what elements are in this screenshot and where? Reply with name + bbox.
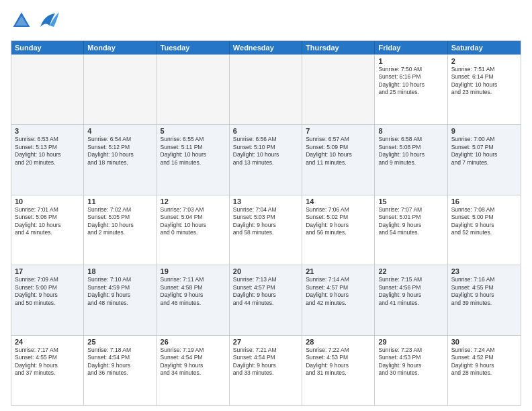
day-cell-1: 1Sunrise: 7:50 AM Sunset: 6:16 PM Daylig… xyxy=(375,55,447,124)
day-info: Sunrise: 7:17 AM Sunset: 4:55 PM Dayligh… xyxy=(15,347,80,377)
header-day-sunday: Sunday xyxy=(11,41,84,54)
day-cell-21: 21Sunrise: 7:14 AM Sunset: 4:57 PM Dayli… xyxy=(302,265,375,334)
calendar: SundayMondayTuesdayWednesdayThursdayFrid… xyxy=(11,40,521,406)
day-cell-4: 4Sunrise: 6:54 AM Sunset: 5:12 PM Daylig… xyxy=(84,125,157,194)
week-row-5: 24Sunrise: 7:17 AM Sunset: 4:55 PM Dayli… xyxy=(11,335,521,405)
day-cell-19: 19Sunrise: 7:11 AM Sunset: 4:58 PM Dayli… xyxy=(157,265,230,334)
calendar-header: SundayMondayTuesdayWednesdayThursdayFrid… xyxy=(11,41,521,54)
day-number: 2 xyxy=(451,57,517,65)
day-number: 18 xyxy=(87,267,152,275)
day-cell-16: 16Sunrise: 7:08 AM Sunset: 5:00 PM Dayli… xyxy=(448,195,521,265)
header-day-monday: Monday xyxy=(84,41,157,54)
day-number: 25 xyxy=(87,338,152,346)
day-cell-20: 20Sunrise: 7:13 AM Sunset: 4:57 PM Dayli… xyxy=(230,265,302,334)
day-cell-26: 26Sunrise: 7:19 AM Sunset: 4:54 PM Dayli… xyxy=(157,336,230,405)
day-number: 23 xyxy=(451,267,517,275)
day-number: 10 xyxy=(15,197,80,205)
day-info: Sunrise: 7:21 AM Sunset: 4:54 PM Dayligh… xyxy=(233,347,298,377)
day-info: Sunrise: 7:07 AM Sunset: 5:01 PM Dayligh… xyxy=(378,206,443,237)
day-number: 30 xyxy=(451,338,517,346)
day-cell-29: 29Sunrise: 7:23 AM Sunset: 4:53 PM Dayli… xyxy=(375,336,447,405)
day-info: Sunrise: 7:15 AM Sunset: 4:56 PM Dayligh… xyxy=(378,276,443,307)
day-number: 4 xyxy=(87,127,152,135)
day-info: Sunrise: 6:55 AM Sunset: 5:11 PM Dayligh… xyxy=(161,136,226,167)
day-info: Sunrise: 7:11 AM Sunset: 4:58 PM Dayligh… xyxy=(161,276,226,307)
empty-cell xyxy=(302,55,375,124)
logo xyxy=(11,8,63,34)
day-info: Sunrise: 7:04 AM Sunset: 5:03 PM Dayligh… xyxy=(233,206,298,237)
day-cell-23: 23Sunrise: 7:16 AM Sunset: 4:55 PM Dayli… xyxy=(448,265,521,334)
logo-bird-icon xyxy=(35,8,60,34)
day-cell-11: 11Sunrise: 7:02 AM Sunset: 5:05 PM Dayli… xyxy=(84,195,157,265)
header-day-thursday: Thursday xyxy=(302,41,375,54)
day-info: Sunrise: 7:06 AM Sunset: 5:02 PM Dayligh… xyxy=(306,206,371,237)
day-cell-9: 9Sunrise: 7:00 AM Sunset: 5:07 PM Daylig… xyxy=(448,125,521,194)
day-info: Sunrise: 7:18 AM Sunset: 4:54 PM Dayligh… xyxy=(87,347,152,377)
day-info: Sunrise: 7:51 AM Sunset: 6:14 PM Dayligh… xyxy=(451,66,517,97)
day-cell-14: 14Sunrise: 7:06 AM Sunset: 5:02 PM Dayli… xyxy=(302,195,375,265)
day-number: 28 xyxy=(306,338,371,346)
day-info: Sunrise: 6:57 AM Sunset: 5:09 PM Dayligh… xyxy=(306,136,371,167)
day-cell-25: 25Sunrise: 7:18 AM Sunset: 4:54 PM Dayli… xyxy=(84,336,157,405)
day-number: 22 xyxy=(378,267,443,275)
day-cell-7: 7Sunrise: 6:57 AM Sunset: 5:09 PM Daylig… xyxy=(302,125,375,194)
empty-cell xyxy=(230,55,302,124)
day-info: Sunrise: 7:24 AM Sunset: 4:52 PM Dayligh… xyxy=(451,347,517,377)
day-info: Sunrise: 6:54 AM Sunset: 5:12 PM Dayligh… xyxy=(87,136,152,167)
day-number: 7 xyxy=(306,127,371,135)
day-cell-22: 22Sunrise: 7:15 AM Sunset: 4:56 PM Dayli… xyxy=(375,265,447,334)
empty-cell xyxy=(11,55,84,124)
day-number: 13 xyxy=(233,197,298,205)
week-row-4: 17Sunrise: 7:09 AM Sunset: 5:00 PM Dayli… xyxy=(11,265,521,334)
day-cell-12: 12Sunrise: 7:03 AM Sunset: 5:04 PM Dayli… xyxy=(157,195,230,265)
day-info: Sunrise: 7:00 AM Sunset: 5:07 PM Dayligh… xyxy=(451,136,517,167)
day-number: 19 xyxy=(161,267,226,275)
day-info: Sunrise: 6:56 AM Sunset: 5:10 PM Dayligh… xyxy=(233,136,298,167)
day-info: Sunrise: 7:19 AM Sunset: 4:54 PM Dayligh… xyxy=(161,347,226,377)
empty-cell xyxy=(84,55,157,124)
day-cell-10: 10Sunrise: 7:01 AM Sunset: 5:06 PM Dayli… xyxy=(11,195,84,265)
header-day-wednesday: Wednesday xyxy=(230,41,302,54)
day-cell-17: 17Sunrise: 7:09 AM Sunset: 5:00 PM Dayli… xyxy=(11,265,84,334)
day-info: Sunrise: 7:09 AM Sunset: 5:00 PM Dayligh… xyxy=(15,276,80,307)
empty-cell xyxy=(157,55,230,124)
day-info: Sunrise: 7:50 AM Sunset: 6:16 PM Dayligh… xyxy=(378,66,443,97)
day-number: 6 xyxy=(233,127,298,135)
day-number: 8 xyxy=(378,127,443,135)
day-number: 16 xyxy=(451,197,517,205)
day-number: 26 xyxy=(161,338,226,346)
day-cell-30: 30Sunrise: 7:24 AM Sunset: 4:52 PM Dayli… xyxy=(448,336,521,405)
day-cell-27: 27Sunrise: 7:21 AM Sunset: 4:54 PM Dayli… xyxy=(230,336,302,405)
day-number: 14 xyxy=(306,197,371,205)
day-cell-13: 13Sunrise: 7:04 AM Sunset: 5:03 PM Dayli… xyxy=(230,195,302,265)
week-row-3: 10Sunrise: 7:01 AM Sunset: 5:06 PM Dayli… xyxy=(11,195,521,265)
page-container: SundayMondayTuesdayWednesdayThursdayFrid… xyxy=(0,0,532,411)
day-number: 12 xyxy=(161,197,226,205)
day-number: 29 xyxy=(378,338,443,346)
day-cell-6: 6Sunrise: 6:56 AM Sunset: 5:10 PM Daylig… xyxy=(230,125,302,194)
day-info: Sunrise: 7:14 AM Sunset: 4:57 PM Dayligh… xyxy=(306,276,371,307)
day-info: Sunrise: 7:01 AM Sunset: 5:06 PM Dayligh… xyxy=(15,206,80,237)
day-number: 9 xyxy=(451,127,517,135)
day-info: Sunrise: 7:08 AM Sunset: 5:00 PM Dayligh… xyxy=(451,206,517,237)
day-cell-28: 28Sunrise: 7:22 AM Sunset: 4:53 PM Dayli… xyxy=(302,336,375,405)
day-number: 5 xyxy=(161,127,226,135)
day-cell-3: 3Sunrise: 6:53 AM Sunset: 5:13 PM Daylig… xyxy=(11,125,84,194)
header-day-tuesday: Tuesday xyxy=(157,41,230,54)
day-number: 24 xyxy=(15,338,80,346)
week-row-1: 1Sunrise: 7:50 AM Sunset: 6:16 PM Daylig… xyxy=(11,54,521,124)
day-info: Sunrise: 6:58 AM Sunset: 5:08 PM Dayligh… xyxy=(378,136,443,167)
day-cell-18: 18Sunrise: 7:10 AM Sunset: 4:59 PM Dayli… xyxy=(84,265,157,334)
day-info: Sunrise: 7:10 AM Sunset: 4:59 PM Dayligh… xyxy=(87,276,152,307)
day-number: 15 xyxy=(378,197,443,205)
day-cell-8: 8Sunrise: 6:58 AM Sunset: 5:08 PM Daylig… xyxy=(375,125,447,194)
page-header xyxy=(11,8,521,34)
week-row-2: 3Sunrise: 6:53 AM Sunset: 5:13 PM Daylig… xyxy=(11,124,521,194)
day-number: 17 xyxy=(15,267,80,275)
day-info: Sunrise: 7:16 AM Sunset: 4:55 PM Dayligh… xyxy=(451,276,517,307)
day-cell-2: 2Sunrise: 7:51 AM Sunset: 6:14 PM Daylig… xyxy=(448,55,521,124)
day-info: Sunrise: 7:13 AM Sunset: 4:57 PM Dayligh… xyxy=(233,276,298,307)
calendar-body: 1Sunrise: 7:50 AM Sunset: 6:16 PM Daylig… xyxy=(11,54,521,405)
day-info: Sunrise: 7:02 AM Sunset: 5:05 PM Dayligh… xyxy=(87,206,152,237)
logo-icon xyxy=(11,10,32,32)
